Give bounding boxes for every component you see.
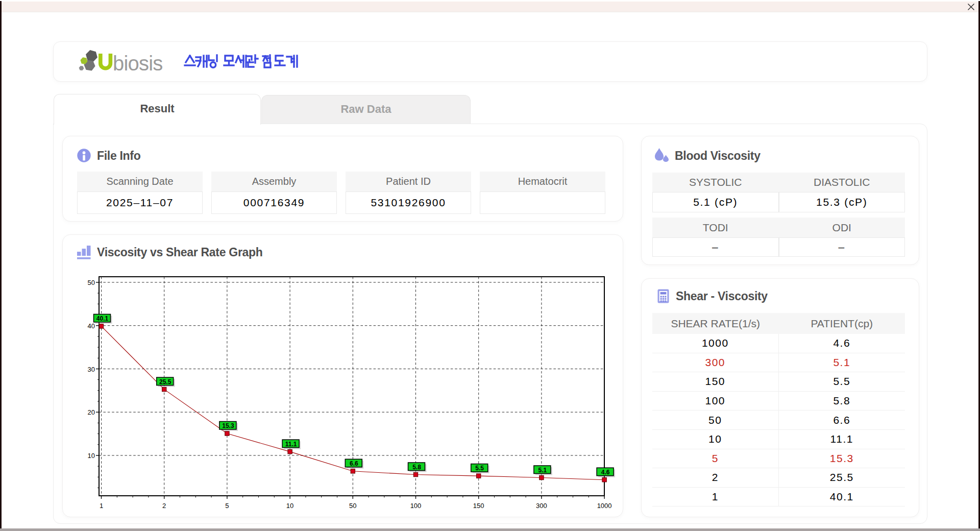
svg-text:5.1: 5.1 — [538, 467, 547, 474]
svg-text:50: 50 — [349, 502, 356, 510]
svg-text:300: 300 — [536, 502, 547, 510]
svg-text:1000: 1000 — [597, 502, 612, 510]
svg-text:5.5: 5.5 — [475, 465, 484, 472]
svg-text:10: 10 — [286, 502, 293, 510]
svg-text:biosis: biosis — [113, 52, 162, 75]
svg-text:1: 1 — [100, 502, 103, 510]
svg-text:40: 40 — [88, 322, 95, 330]
svg-text:50: 50 — [88, 279, 95, 286]
svg-text:11.1: 11.1 — [285, 441, 297, 448]
svg-text:6.6: 6.6 — [350, 460, 358, 467]
svg-text:2: 2 — [162, 502, 166, 510]
svg-text:150: 150 — [473, 502, 484, 510]
svg-text:15.3: 15.3 — [222, 422, 234, 429]
svg-text:40.1: 40.1 — [96, 315, 109, 322]
svg-text:4.6: 4.6 — [601, 469, 610, 476]
svg-text:25.5: 25.5 — [159, 378, 172, 385]
svg-text:5: 5 — [225, 502, 229, 510]
svg-text:100: 100 — [410, 502, 422, 510]
svg-text:30: 30 — [88, 366, 95, 373]
svg-text:5.8: 5.8 — [412, 464, 421, 471]
svg-text:20: 20 — [88, 408, 95, 416]
svg-text:10: 10 — [88, 452, 95, 460]
